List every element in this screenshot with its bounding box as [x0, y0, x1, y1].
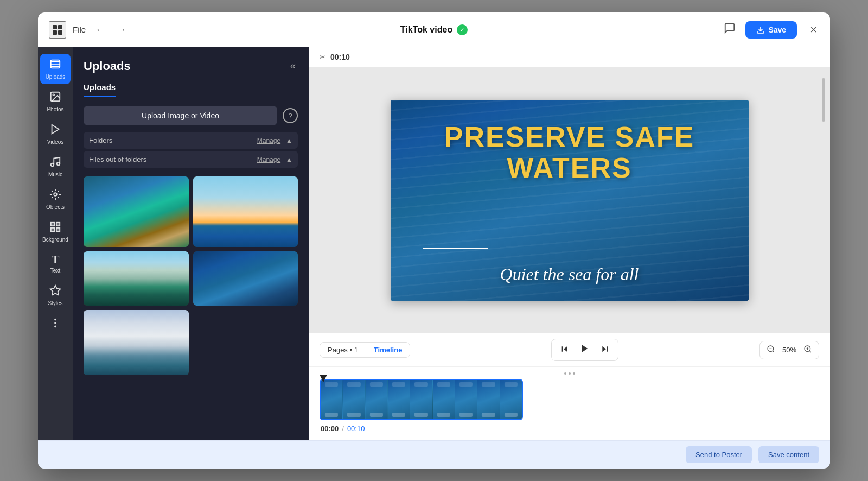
- svg-marker-16: [564, 346, 567, 352]
- upload-image-video-button[interactable]: Upload Image or Video: [84, 106, 277, 125]
- current-time: 00:00: [321, 425, 339, 433]
- send-to-poster-button[interactable]: Send to Poster: [686, 446, 752, 463]
- styles-icon: [49, 284, 61, 298]
- project-title: TikTok video: [400, 25, 452, 35]
- scrollbar-thumb: [822, 78, 825, 122]
- next-frame-button[interactable]: [596, 343, 614, 357]
- zoom-controls: 50%: [760, 341, 819, 359]
- canvas-sub-text: Quiet the sea for all: [391, 264, 749, 284]
- files-manage-link[interactable]: Manage: [257, 156, 280, 163]
- playback-bar: Pages • 1 Timeline: [309, 333, 830, 367]
- folders-chevron-icon: ▲: [286, 137, 292, 144]
- time-separator: /: [342, 425, 344, 433]
- timeline-indicator: ✂ 00:10: [309, 47, 830, 67]
- video-canvas: PRESERVE SAFE WATERS Quiet the sea for a…: [391, 100, 749, 301]
- svg-line-22: [773, 351, 774, 352]
- comment-button[interactable]: [720, 19, 739, 40]
- timeline-frame: [343, 380, 365, 419]
- tab-pages[interactable]: Pages • 1: [320, 343, 366, 357]
- timeline-strip-inner: [321, 380, 522, 419]
- grid-menu-button[interactable]: [49, 21, 66, 39]
- sidebar-videos-label: Videos: [47, 139, 63, 145]
- redo-button[interactable]: →: [114, 23, 129, 37]
- folders-row[interactable]: Folders Manage ▲: [84, 132, 298, 149]
- collapse-panel-button[interactable]: «: [288, 58, 298, 74]
- sidebar-item-music[interactable]: Music: [40, 151, 71, 182]
- zoom-out-button[interactable]: [765, 344, 776, 357]
- undo-button[interactable]: ←: [92, 23, 107, 37]
- uploads-icon: [49, 58, 61, 72]
- svg-marker-19: [603, 346, 607, 352]
- sidebar-icons: Uploads Photos Videos: [38, 47, 73, 440]
- sidebar-item-uploads[interactable]: Uploads: [40, 54, 71, 84]
- svg-point-7: [54, 193, 57, 196]
- files-label: Files out of folders: [89, 155, 146, 163]
- svg-point-3: [53, 94, 54, 96]
- list-item[interactable]: [84, 310, 189, 375]
- help-icon[interactable]: ?: [283, 108, 298, 123]
- svg-point-13: [55, 322, 56, 324]
- uploads-tab-bar: Uploads: [73, 83, 309, 97]
- timeline-dots: [320, 372, 819, 375]
- sidebar-item-objects[interactable]: Objects: [40, 184, 71, 214]
- sidebar-text-label: Text: [50, 268, 60, 274]
- videos-icon: [49, 123, 61, 137]
- file-label: File: [73, 25, 86, 34]
- sidebar-item-videos[interactable]: Videos: [40, 119, 71, 149]
- time-counter: 00:00 / 00:10: [320, 425, 819, 433]
- files-row-right: Manage ▲: [257, 156, 292, 163]
- tab-timeline[interactable]: Timeline: [366, 343, 410, 357]
- close-button[interactable]: ×: [808, 21, 819, 39]
- svg-marker-12: [50, 286, 60, 295]
- timeline-strip[interactable]: [320, 379, 523, 420]
- top-bar-right: Save ×: [563, 19, 819, 40]
- music-icon: [49, 156, 61, 169]
- objects-icon: [49, 188, 61, 202]
- bottom-action-bar: Send to Poster Save content: [38, 440, 830, 469]
- uploads-panel-header: Uploads «: [73, 47, 309, 74]
- list-item[interactable]: [193, 251, 298, 306]
- uploads-tab[interactable]: Uploads: [84, 83, 116, 97]
- sidebar-item-more[interactable]: [40, 313, 71, 335]
- more-icon: [49, 317, 61, 331]
- play-button[interactable]: [576, 341, 594, 358]
- svg-rect-11: [51, 228, 54, 231]
- timeline-frame: [433, 380, 455, 419]
- files-chevron-icon: ▲: [286, 156, 292, 163]
- sidebar-item-photos[interactable]: Photos: [40, 86, 71, 117]
- text-icon: T: [52, 254, 60, 265]
- timeline-frame: [321, 380, 342, 419]
- timeline-section: 00:00 / 00:10: [309, 367, 830, 440]
- cloud-saved-icon: ✓: [457, 24, 468, 35]
- svg-point-15: [55, 326, 56, 327]
- prev-frame-button[interactable]: [556, 343, 573, 357]
- upload-action-row: Upload Image or Video ?: [73, 97, 309, 130]
- zoom-in-button[interactable]: [802, 344, 813, 357]
- save-content-button[interactable]: Save content: [758, 446, 819, 463]
- sidebar-item-background[interactable]: Bckground: [40, 217, 71, 247]
- sidebar-background-label: Bckground: [42, 237, 68, 243]
- save-button[interactable]: Save: [745, 21, 797, 39]
- sidebar-objects-label: Objects: [46, 204, 65, 210]
- folders-manage-link[interactable]: Manage: [257, 137, 280, 144]
- canvas-area: ✂ 00:10 PRESERVE SAFE WATERS Quiet the s…: [309, 47, 830, 440]
- svg-point-6: [57, 162, 60, 166]
- sidebar-uploads-label: Uploads: [46, 74, 66, 80]
- list-item[interactable]: [84, 176, 189, 247]
- image-grid: [73, 172, 309, 440]
- list-item[interactable]: [84, 251, 189, 306]
- sidebar-item-styles[interactable]: Styles: [40, 280, 71, 311]
- total-time: 00:10: [347, 425, 365, 433]
- timeline-dot: [573, 372, 575, 375]
- scroll-bar[interactable]: [821, 67, 826, 333]
- canvas-main-text: PRESERVE SAFE WATERS: [391, 122, 749, 183]
- grid-icon: [53, 25, 62, 35]
- list-item[interactable]: [193, 176, 298, 247]
- sidebar-item-text[interactable]: T Text: [40, 249, 71, 278]
- bottom-controls: Pages • 1 Timeline: [309, 333, 830, 440]
- uploads-panel-title: Uploads: [84, 59, 131, 73]
- photos-icon: [49, 91, 61, 104]
- canvas-preview[interactable]: PRESERVE SAFE WATERS Quiet the sea for a…: [309, 67, 830, 333]
- files-out-of-folders-row[interactable]: Files out of folders Manage ▲: [84, 151, 298, 168]
- canvas-time-label: 00:10: [330, 53, 350, 61]
